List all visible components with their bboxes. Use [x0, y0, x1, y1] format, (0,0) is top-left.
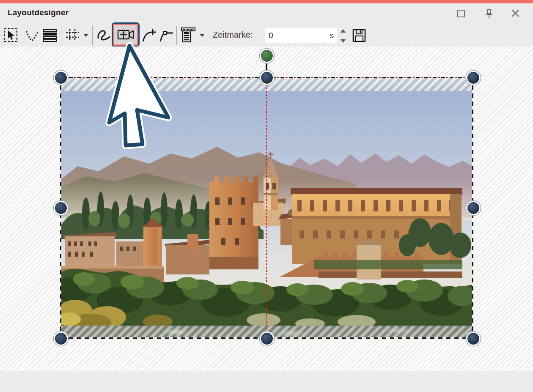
window-title: Layoutdesigner [8, 8, 69, 17]
resize-handle-top-center[interactable] [261, 72, 273, 84]
motion-path-curve-icon [96, 28, 112, 43]
resize-handle-top-left[interactable] [55, 72, 67, 84]
close-icon [511, 9, 519, 17]
toolbar-separator [61, 26, 61, 45]
zeitmarke-input[interactable] [265, 31, 319, 40]
text-options-dropdown[interactable] [200, 34, 205, 37]
maximize-button[interactable] [457, 10, 465, 17]
spinner-up-icon[interactable] [341, 29, 346, 33]
resize-handle-bottom-center[interactable] [261, 333, 273, 345]
resize-handle-bottom-right[interactable] [467, 333, 479, 345]
resize-handle-middle-left[interactable] [55, 202, 67, 214]
select-tool-button[interactable] [3, 28, 18, 42]
corner-path-point-button[interactable] [159, 28, 175, 43]
chevron-down-icon [200, 34, 205, 37]
motion-path-curve-button[interactable] [96, 28, 112, 43]
layers-icon [42, 29, 58, 42]
grid-button[interactable] [64, 28, 80, 42]
add-path-point-icon [141, 28, 157, 43]
smooth-curve-button[interactable] [25, 29, 40, 42]
pin-icon [485, 9, 493, 18]
spinner-down-icon[interactable] [341, 39, 346, 43]
layoutdesigner-window: Layoutdesigner [0, 0, 533, 392]
chevron-down-icon [83, 34, 88, 37]
grid-icon [64, 28, 80, 42]
grid-dropdown[interactable] [83, 34, 88, 37]
layers-button[interactable] [42, 29, 58, 42]
zeitmarke-field[interactable]: s [265, 28, 337, 43]
camera-pan-icon [117, 29, 134, 41]
toolbar-separator [92, 26, 93, 45]
close-button[interactable] [511, 9, 519, 17]
pin-button[interactable] [485, 9, 493, 18]
resize-handle-middle-right[interactable] [467, 202, 479, 214]
text-options-icon [180, 27, 197, 43]
corner-path-point-icon [159, 28, 175, 43]
zeitmarke-label: Zeitmarke: [213, 30, 253, 40]
zeitmarke-unit: s [330, 31, 334, 40]
transport-bar: 00:00.000 [0, 371, 533, 392]
resize-handle-top-right[interactable] [467, 72, 479, 84]
toolbar-separator [176, 26, 177, 45]
window-accent-bar [0, 0, 533, 3]
add-path-point-button[interactable] [141, 28, 157, 43]
zeitmarke-spinner[interactable] [338, 29, 348, 43]
save-icon [352, 28, 366, 43]
layout-canvas[interactable] [0, 47, 533, 371]
toolbar-separator [21, 26, 21, 45]
save-button[interactable] [352, 28, 366, 43]
select-tool-icon [3, 28, 18, 42]
smooth-curve-icon [25, 29, 40, 42]
resize-handle-bottom-left[interactable] [55, 333, 67, 345]
rotation-handle[interactable] [261, 50, 273, 62]
text-options-button[interactable] [180, 27, 197, 43]
mouse-cursor-arrow [102, 41, 173, 151]
center-guide-line [266, 77, 267, 338]
